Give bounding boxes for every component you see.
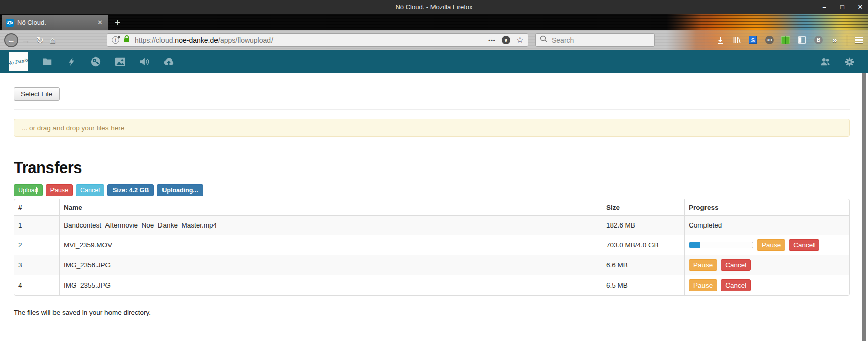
table-row: 4IMG_2355.JPG6.5 MBPauseCancel [14, 275, 849, 295]
music-speaker-icon[interactable] [139, 56, 150, 67]
row-filename: IMG_2355.JPG [59, 275, 602, 295]
progress-wrap: PauseCancel [689, 259, 845, 271]
row-progress-cell: PauseCancel [684, 255, 849, 275]
status-badge: Uploading... [157, 184, 203, 196]
row-size: 182.6 MB [602, 215, 684, 235]
tab-close-icon[interactable]: ✕ [96, 19, 104, 26]
row-progress-cell: PauseCancel [684, 275, 849, 295]
progress-wrap: PauseCancel [689, 239, 845, 251]
upload-cloud-icon[interactable] [163, 56, 174, 67]
column-header-progress: Progress [684, 199, 849, 215]
transfers-heading: Transfers [14, 159, 868, 177]
search-bar[interactable] [535, 33, 655, 47]
tab-strip: Nö Cloud. ✕ + [0, 14, 868, 30]
tab-noe-cloud[interactable]: Nö Cloud. ✕ [2, 15, 108, 30]
pause-row-button[interactable]: Pause [689, 259, 717, 271]
row-progress-cell: Completed [684, 215, 849, 235]
window-titlebar: Nö Cloud. - Mozilla Firefox – □ ✕ [0, 0, 868, 14]
row-number: 3 [14, 255, 59, 275]
transfers-table: # Name Size Progress 1Bandcontest_Afterm… [14, 199, 850, 296]
select-file-button[interactable]: Select File [14, 87, 60, 101]
progress-status-text: Completed [689, 221, 722, 229]
activity-lightning-icon[interactable] [66, 56, 77, 67]
pause-row-button[interactable]: Pause [757, 239, 785, 251]
table-row: 2MVI_2359.MOV703.0 MB/4.0 GBPauseCancel [14, 235, 849, 255]
row-progress-cell: PauseCancel [684, 235, 849, 255]
site-info-icon[interactable]: i [112, 36, 119, 44]
cancel-row-button[interactable]: Cancel [721, 259, 751, 271]
search-icon [540, 35, 548, 45]
library-icon[interactable] [732, 36, 741, 45]
row-number: 2 [14, 235, 59, 255]
divider [14, 151, 850, 151]
row-filename: Bandcontest_Aftermovie_Noe_Danke_Master.… [59, 215, 602, 235]
column-header-name: Name [59, 199, 602, 215]
search-input[interactable] [552, 36, 637, 44]
reload-button[interactable]: ↻ [33, 36, 47, 45]
pause-row-button[interactable]: Pause [689, 279, 717, 291]
row-size: 703.0 MB/4.0 GB [602, 235, 684, 255]
transfers-table-body: 1Bandcontest_Aftermovie_Noe_Danke_Master… [14, 215, 849, 295]
page-actions-icon[interactable]: ••• [488, 37, 496, 43]
cancel-row-button[interactable]: Cancel [721, 279, 751, 291]
browser-window: Nö Cloud. - Mozilla Firefox – □ ✕ Nö Clo… [0, 0, 868, 341]
https-padlock-icon [123, 35, 130, 45]
scrollbar-thumb[interactable] [862, 73, 866, 341]
menu-hamburger-icon[interactable] [855, 37, 863, 44]
sidebar-toggle-icon[interactable] [797, 36, 806, 45]
new-tab-button[interactable]: + [108, 17, 126, 30]
back-button[interactable]: ← [4, 33, 18, 47]
pause-all-button[interactable]: Pause [46, 184, 73, 196]
bookmark-star-icon[interactable]: ☆ [516, 36, 524, 44]
downloads-icon[interactable] [716, 36, 725, 45]
close-button[interactable]: ✕ [857, 3, 864, 11]
table-row: 1Bandcontest_Aftermovie_Noe_Danke_Master… [14, 215, 849, 235]
app-header: Nö Danke [0, 50, 868, 73]
back-arrow-icon: ← [7, 36, 15, 45]
total-size-badge: Size: 4.2 GB [107, 184, 154, 196]
progress-wrap: PauseCancel [689, 279, 845, 291]
page-content: Select File ... or drag and drop your fi… [0, 73, 868, 341]
save-location-note: The files will be saved in your home dir… [14, 309, 868, 316]
app-logo-text: Nö Danke [9, 57, 28, 66]
column-header-size: Size [602, 199, 684, 215]
pocket-icon[interactable]: ∨ [502, 36, 510, 44]
row-size: 6.6 MB [602, 255, 684, 275]
row-filename: IMG_2356.JPG [59, 255, 602, 275]
gallery-picture-icon[interactable] [115, 56, 126, 67]
home-button[interactable]: ⌂ [47, 36, 59, 45]
extension-uo-icon[interactable]: UO [765, 36, 774, 44]
contacts-people-icon[interactable] [820, 56, 831, 67]
nextcloud-favicon-icon [6, 19, 14, 27]
vertical-scrollbar[interactable] [862, 73, 866, 341]
tab-title: Nö Cloud. [17, 19, 96, 26]
overflow-chevron-icon[interactable]: » [830, 36, 839, 45]
settings-gear-icon[interactable] [844, 56, 855, 67]
toolbar-separator [847, 35, 847, 46]
row-filename: MVI_2359.MOV [59, 235, 602, 255]
progress-wrap: Completed [689, 221, 845, 229]
keys-circle-icon[interactable] [90, 56, 101, 67]
maximize-button[interactable]: □ [839, 3, 846, 11]
cancel-row-button[interactable]: Cancel [789, 239, 819, 251]
url-bar[interactable]: i https://cloud.noe-danke.de/apps/flowup… [107, 33, 528, 47]
column-header-number: # [14, 199, 59, 215]
minimize-button[interactable]: – [821, 3, 828, 11]
drag-drop-text: ... or drag and drop your files here [22, 124, 124, 132]
app-logo[interactable]: Nö Danke [9, 52, 28, 71]
cancel-all-button[interactable]: Cancel [76, 184, 104, 196]
progress-bar-fill [689, 242, 700, 248]
drag-drop-zone[interactable]: ... or drag and drop your files here [14, 119, 850, 137]
forward-button[interactable]: → [18, 36, 33, 45]
extension-s-icon[interactable]: S [749, 36, 757, 44]
extension-grid-icon[interactable] [781, 36, 790, 44]
row-number: 4 [14, 275, 59, 295]
table-row: 3IMG_2356.JPG6.6 MBPauseCancel [14, 255, 849, 275]
url-text[interactable]: https://cloud.noe-danke.de/apps/flowuplo… [135, 36, 488, 44]
upload-button[interactable]: Upload [14, 184, 43, 196]
divider [14, 109, 850, 110]
files-folder-icon[interactable] [42, 56, 53, 67]
row-number: 1 [14, 215, 59, 235]
extension-b-icon[interactable]: B [814, 36, 823, 44]
table-header-row: # Name Size Progress [14, 199, 849, 215]
